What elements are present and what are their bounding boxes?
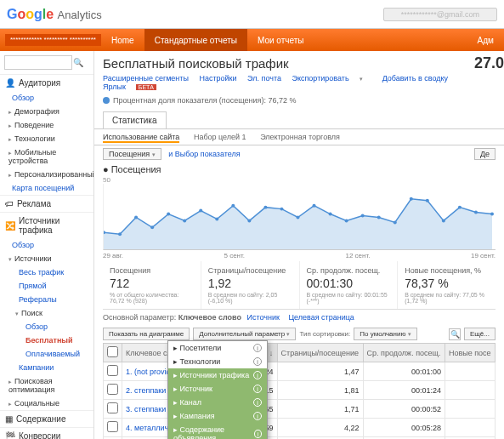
profile-badge[interactable]: ************ ********* **********: [5, 34, 101, 46]
sb-referrals[interactable]: Рефералы: [0, 293, 93, 306]
granularity-btn[interactable]: Де: [474, 148, 496, 160]
chart-title: ● Посещения: [94, 162, 504, 176]
info-icon: i: [253, 371, 262, 379]
date-range[interactable]: 27.0: [474, 54, 504, 72]
dimension-row: Основной параметр: Ключевое слово Источн…: [94, 310, 504, 325]
search-input[interactable]: [4, 55, 72, 70]
sb-search-ov[interactable]: Обзор: [0, 320, 93, 334]
nav-custom[interactable]: Мои отчеты: [247, 29, 314, 51]
table-row[interactable]: 4. металличес594,2200:05:28: [104, 419, 496, 437]
svg-point-2: [134, 216, 138, 220]
dd-item[interactable]: ▸ Каналi: [168, 396, 267, 409]
sb-audience[interactable]: 👤Аудитория: [0, 74, 93, 91]
more-btn[interactable]: Ещё...: [464, 328, 496, 340]
tb-shortcut[interactable]: ЯрлыкБЕТА: [103, 83, 165, 91]
info-icon: i: [253, 412, 262, 420]
sb-sources[interactable]: Источники: [0, 252, 93, 265]
tb-email[interactable]: Эл. почта: [247, 74, 281, 83]
th-checkbox[interactable]: [104, 344, 122, 362]
subtab-ecom[interactable]: Электронная торговля: [260, 133, 340, 141]
sb-direct[interactable]: Прямой: [0, 279, 93, 293]
metric-card[interactable]: Посещения712% от общего количества: 76,7…: [103, 261, 201, 309]
toolbar: Расширенные сегменты Настройки Эл. почта…: [94, 72, 504, 93]
info-icon: i: [253, 357, 262, 366]
table-row[interactable]: 3. степпаки м651,7100:00:52: [104, 400, 496, 419]
sb-search[interactable]: Поиск: [0, 306, 93, 320]
secondary-dim-dropdown: ▸ Посетителиi▸ Технологииi▸ Источники тр…: [167, 340, 268, 439]
dd-item[interactable]: ▸ Технологииi: [168, 355, 267, 368]
svg-point-21: [442, 219, 445, 222]
tb-add[interactable]: Добавить в сводку: [382, 74, 448, 83]
subtab-goals[interactable]: Набор целей 1: [194, 133, 246, 141]
metric-dropdown[interactable]: Посещения ▾: [103, 148, 161, 160]
dd-item[interactable]: ▸ Источникi: [168, 382, 267, 396]
search-icon[interactable]: 🔍: [72, 58, 84, 67]
info-icon: i: [254, 430, 262, 438]
sb-content[interactable]: ▦Содержание: [0, 410, 93, 427]
dd-item[interactable]: ▸ Кампанияi: [168, 409, 267, 423]
svg-point-11: [280, 208, 283, 211]
tab-statistics[interactable]: Статистика: [103, 111, 167, 128]
metric-card[interactable]: Страницы/посещение1,92В среднем по сайту…: [201, 261, 300, 309]
sb-ads[interactable]: 🏷Реклама: [0, 195, 93, 212]
dim-landing[interactable]: Целевая страница: [288, 313, 354, 322]
sb-demography[interactable]: Демография: [0, 105, 93, 118]
filter-row: Показать на диаграмме Дополнительный пар…: [94, 325, 504, 343]
metrics-row: Посещения712% от общего количества: 76,7…: [103, 261, 496, 310]
sb-seo[interactable]: Поисковая оптимизация: [0, 374, 93, 396]
sb-paid[interactable]: Оплачиваемый: [0, 347, 93, 361]
sb-traffic[interactable]: 🔀Источники трафика: [0, 212, 93, 238]
info-icon: i: [253, 398, 262, 407]
metric-card[interactable]: Ср. продолж. посещ.00:01:30В среднем по …: [300, 261, 399, 309]
account-dropdown[interactable]: ************@gmail.com: [383, 8, 497, 21]
vs-selector[interactable]: и Выбор показателя: [168, 150, 240, 158]
dd-item[interactable]: ▸ Источники трафикаi: [168, 368, 267, 382]
chart[interactable]: [103, 184, 496, 250]
th-new[interactable]: Новые посе: [445, 344, 495, 362]
sb-social[interactable]: Социальные: [0, 396, 93, 410]
chevron-down-icon: ▾: [360, 76, 363, 82]
svg-point-20: [426, 199, 429, 202]
svg-point-13: [313, 204, 316, 208]
tb-export[interactable]: Экспортировать ▾: [292, 74, 371, 83]
svg-point-5: [183, 219, 186, 222]
svg-point-14: [329, 213, 332, 216]
dim-primary[interactable]: Ключевое слово: [178, 313, 241, 322]
show-on-chart-btn[interactable]: Показать на диаграмме: [103, 328, 190, 340]
sb-all[interactable]: Весь трафик: [0, 265, 93, 279]
metric-card[interactable]: Новые посещения, %78,37 %В среднем по са…: [398, 261, 496, 309]
table-row[interactable]: 2. степпаки1151,8100:01:24: [104, 381, 496, 400]
svg-point-16: [361, 214, 365, 218]
sb-free[interactable]: Бесплатный: [0, 334, 93, 347]
sb-behavior[interactable]: Поведение: [0, 118, 93, 132]
nav-admin[interactable]: Адм: [467, 29, 504, 51]
sb-conversions[interactable]: 🏁Конверсии: [0, 427, 93, 439]
sb-custom[interactable]: Персонализированный: [0, 168, 93, 181]
tb-segments[interactable]: Расширенные сегменты: [103, 74, 189, 83]
data-table: Ключевое слово Посещения ↓ Страницы/посе…: [103, 343, 496, 439]
table-search-icon[interactable]: 🔍: [449, 328, 461, 340]
sb-mobile[interactable]: Мобильные устройства: [0, 145, 93, 168]
sb-aud-overview[interactable]: Обзор: [0, 91, 93, 105]
nav-home[interactable]: Home: [101, 29, 144, 51]
sb-campaigns[interactable]: Кампании: [0, 361, 93, 374]
dd-item[interactable]: ▸ Посетителиi: [168, 341, 267, 355]
info-icon: i: [253, 385, 262, 393]
sb-tech[interactable]: Технологии: [0, 132, 93, 145]
table-row[interactable]: 1. (not provided)1241,4700:01:00: [104, 362, 496, 381]
sb-visitmap[interactable]: Карта посещений: [0, 181, 93, 195]
th-pages[interactable]: Страницы/посещение: [277, 344, 363, 362]
subtabs: Использование сайта Набор целей 1 Электр…: [94, 128, 504, 145]
subtab-usage[interactable]: Использование сайта: [103, 133, 179, 143]
dim-source[interactable]: Источник: [246, 313, 279, 322]
svg-point-7: [215, 217, 218, 220]
svg-point-10: [263, 206, 267, 209]
th-dur[interactable]: Ср. продолж. посещ.: [363, 344, 445, 362]
dd-item[interactable]: ▸ Содержание объявленияi: [168, 423, 267, 439]
svg-point-12: [296, 216, 299, 220]
tb-settings[interactable]: Настройки: [199, 74, 236, 83]
sort-dropdown[interactable]: По умолчанию ▾: [354, 328, 416, 340]
nav-standard[interactable]: Стандартные отчеты: [144, 29, 247, 51]
sb-tr-overview[interactable]: Обзор: [0, 238, 93, 252]
secondary-dim-btn[interactable]: Дополнительный параметр ▾: [193, 328, 296, 340]
